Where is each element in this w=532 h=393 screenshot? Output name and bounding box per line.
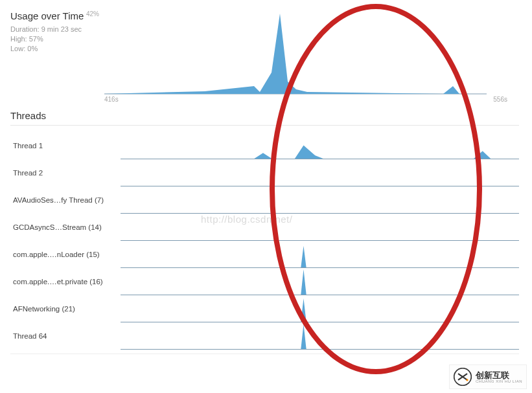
thread-chart (121, 268, 519, 295)
svg-marker-5 (301, 298, 306, 322)
thread-chart (121, 322, 519, 350)
thread-chart (121, 186, 519, 214)
svg-marker-1 (104, 14, 487, 94)
svg-marker-3 (301, 246, 306, 267)
usage-high: High: 57% (10, 34, 104, 44)
thread-label: com.apple.…et.private (16) (10, 268, 121, 295)
usage-duration: Duration: 9 min 23 sec (10, 25, 104, 34)
thread-label: Thread 1 (10, 132, 121, 159)
thread-label: AVAudioSes…fy Thread (7) (10, 186, 121, 214)
thread-label: AFNetworking (21) (10, 295, 121, 322)
thread-chart (121, 295, 519, 322)
thread-label: GCDAsyncS…Stream (14) (10, 214, 121, 241)
thread-chart (121, 159, 519, 186)
thread-row: com.apple.…et.private (16) (10, 268, 519, 295)
svg-marker-6 (301, 324, 306, 349)
y-axis-label: 42% (86, 10, 99, 17)
thread-row: Thread 2 (10, 159, 519, 186)
svg-point-9 (466, 379, 468, 381)
thread-row: AFNetworking (21) (10, 295, 519, 322)
thread-label: Thread 2 (10, 159, 121, 186)
svg-marker-2 (121, 146, 519, 159)
thread-label: Thread 64 (10, 322, 121, 350)
logo-text-cn: 创新互联 (476, 371, 522, 379)
x-axis-start: 416s (104, 96, 119, 103)
thread-chart (121, 214, 519, 241)
thread-label: com.apple.…nLoader (15) (10, 241, 121, 268)
thread-row: Thread 1 (10, 132, 519, 159)
svg-marker-4 (301, 269, 306, 295)
usage-chart: 42% 416s 556s (104, 10, 519, 95)
thread-row: Thread 64 (10, 322, 519, 350)
thread-row: AVAudioSes…fy Thread (7) (10, 186, 519, 214)
x-axis-end: 556s (493, 96, 507, 103)
logo-text-en: CHUANG XIN HU LIAN (476, 379, 522, 383)
thread-row: GCDAsyncS…Stream (14) (10, 214, 519, 241)
threads-header: Threads (10, 110, 519, 126)
thread-chart (121, 132, 519, 159)
thread-chart (121, 241, 519, 268)
thread-row: com.apple.…nLoader (15) (10, 241, 519, 268)
logo-icon (454, 368, 472, 386)
logo: 创新互联 CHUANG XIN HU LIAN (449, 365, 527, 389)
usage-low: Low: 0% (10, 44, 104, 54)
